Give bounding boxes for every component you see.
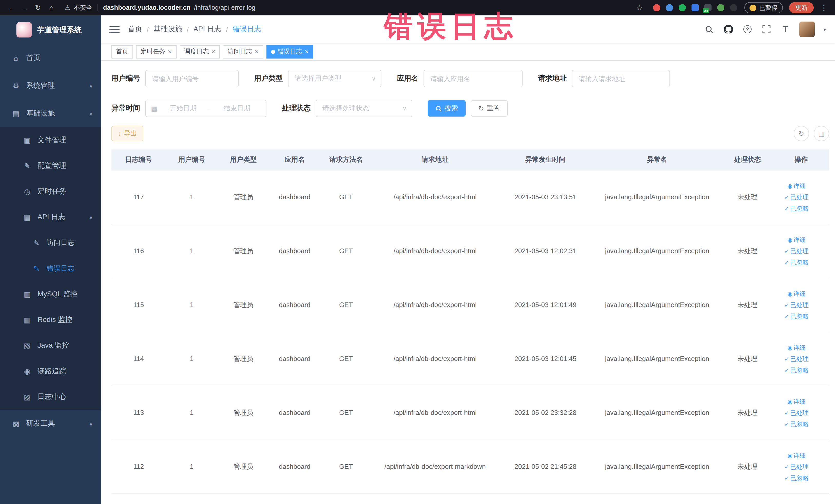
cell-url: /api/infra/db-doc/export-html (372, 170, 498, 224)
mark-processed-link[interactable]: ✓已处理 (773, 191, 820, 203)
breadcrumb-item-api-log[interactable]: API 日志 (194, 25, 222, 34)
fullscreen-icon[interactable] (761, 24, 772, 35)
bookmark-star-icon[interactable]: ☆ (633, 4, 646, 12)
paused-badge[interactable]: 已暂停 (745, 2, 783, 13)
search-button[interactable]: 搜索 (428, 100, 466, 117)
request-url-input[interactable] (572, 70, 670, 87)
forward-icon[interactable]: → (19, 4, 31, 12)
close-icon[interactable]: × (254, 48, 259, 55)
sidebar-item-trace[interactable]: ◉ 链路追踪 (0, 358, 101, 384)
reset-button[interactable]: ↻ 重置 (471, 100, 508, 117)
sidebar-item-dev-tools[interactable]: ▩ 研发工具 ∨ (0, 410, 101, 438)
tab-error-log[interactable]: 错误日志 × (266, 45, 313, 58)
extension-icon-2[interactable] (666, 4, 673, 11)
reload-icon[interactable]: ↻ (32, 4, 44, 12)
tab-timed-task[interactable]: 定时任务 × (136, 45, 176, 58)
address-bar[interactable]: ⚠ 不安全 dashboard.yudao.iocoder.cn/infra/l… (65, 3, 632, 12)
cell-method: GET (320, 278, 372, 332)
sidebar-item-access-log[interactable]: ✎ 访问日志 (0, 230, 101, 256)
export-button-label: 导出 (124, 129, 137, 138)
tab-schedule-log[interactable]: 调度日志 × (179, 45, 220, 58)
mark-ignored-link[interactable]: ✓已忽略 (773, 257, 820, 268)
sidebar-item-file-mgmt[interactable]: ▣ 文件管理 (0, 127, 101, 153)
tab-home[interactable]: 首页 (111, 45, 133, 58)
url-domain: dashboard.yudao.iocoder.cn (103, 4, 190, 11)
extension-icon-5[interactable]: on (704, 4, 712, 11)
mark-ignored-link[interactable]: ✓已忽略 (773, 418, 820, 429)
user-type-select[interactable]: 请选择用户类型 ∨ (288, 70, 382, 87)
sidebar-item-java-monitor[interactable]: ▧ Java 监控 (0, 333, 101, 358)
detail-link[interactable]: ◉详细 (773, 234, 820, 245)
app-name-input[interactable] (424, 70, 523, 87)
update-button[interactable]: 更新 (789, 2, 814, 13)
sidebar-item-log-center[interactable]: ▨ 日志中心 (0, 384, 101, 410)
chevron-up-icon: ∧ (89, 110, 93, 116)
breadcrumb-item-infrastructure[interactable]: 基础设施 (154, 25, 182, 34)
tab-label: 调度日志 (184, 47, 209, 56)
sidebar-collapse-icon[interactable] (109, 26, 120, 33)
log-icon: ▨ (22, 393, 33, 401)
browser-home-icon[interactable]: ⌂ (45, 4, 58, 12)
sidebar-item-api-log[interactable]: ▤ API 日志 ∧ (0, 204, 101, 230)
sidebar-item-label: 链路追踪 (38, 367, 66, 376)
cell-status: 未处理 (722, 278, 773, 332)
mark-ignored-link[interactable]: ✓已忽略 (773, 472, 820, 483)
extension-icon-3[interactable] (679, 4, 686, 11)
extension-icon-4[interactable] (692, 4, 699, 11)
mark-processed-link[interactable]: ✓已处理 (773, 245, 820, 257)
refresh-table-button[interactable]: ↻ (794, 126, 809, 141)
close-icon[interactable]: × (211, 48, 215, 55)
cell-status: 未处理 (722, 332, 773, 386)
detail-link[interactable]: ◉详细 (773, 396, 820, 407)
sidebar-item-error-log[interactable]: ✎ 错误日志 (0, 256, 101, 281)
mark-processed-link[interactable]: ✓已处理 (773, 353, 820, 364)
sidebar-item-redis-monitor[interactable]: ▦ Redis 监控 (0, 307, 101, 333)
sidebar-item-home[interactable]: ⌂ 首页 (0, 44, 101, 72)
sidebar-item-config-mgmt[interactable]: ✎ 配置管理 (0, 153, 101, 179)
sidebar-item-infrastructure[interactable]: ▤ 基础设施 ∧ (0, 100, 101, 127)
detail-link[interactable]: ◉详细 (773, 288, 820, 299)
annotation-title: 错误日志 (384, 7, 517, 46)
exception-time-range-picker[interactable]: ▦ 开始日期 - 结束日期 (145, 100, 266, 117)
cell-method: GET (320, 440, 372, 493)
extension-icon-6[interactable] (717, 4, 725, 11)
column-settings-button[interactable]: ▥ (814, 126, 829, 141)
check-icon: ✓ (785, 463, 789, 469)
sidebar-item-label: 访问日志 (47, 238, 75, 247)
breadcrumb-item-home[interactable]: 首页 (128, 25, 142, 34)
mark-processed-link[interactable]: ✓已处理 (773, 461, 820, 472)
cell-url: /api/infra/db-doc/export-html (372, 386, 498, 440)
extension-icon-1[interactable] (653, 4, 660, 11)
cell-app: dashboard (269, 332, 320, 386)
user-avatar[interactable] (799, 22, 815, 37)
export-button[interactable]: ↓ 导出 (111, 126, 143, 141)
date-range-separator: - (209, 104, 211, 112)
sidebar-item-mysql-monitor[interactable]: ▥ MySQL 监控 (0, 281, 101, 307)
font-size-icon[interactable]: T (780, 24, 791, 35)
mark-ignored-link[interactable]: ✓已忽略 (773, 364, 820, 376)
browser-menu-icon[interactable]: ⋮ (818, 4, 830, 12)
sidebar-item-timed-task[interactable]: ◷ 定时任务 (0, 179, 101, 204)
mark-processed-link[interactable]: ✓已处理 (773, 299, 820, 310)
mark-ignored-link[interactable]: ✓已忽略 (773, 310, 820, 322)
tab-access-log[interactable]: 访问日志 × (223, 45, 263, 58)
cell-actions: ◉详细 ✓已处理 ✓已忽略 (773, 170, 829, 224)
detail-link[interactable]: ◉详细 (773, 342, 820, 353)
close-icon[interactable]: × (305, 48, 309, 55)
back-icon[interactable]: ← (5, 4, 18, 12)
detail-link[interactable]: ◉详细 (773, 180, 820, 191)
avatar-caret-icon[interactable]: ▾ (823, 26, 826, 32)
mark-processed-link[interactable]: ✓已处理 (773, 407, 820, 418)
search-icon[interactable] (704, 24, 715, 35)
cell-user-type: 管理员 (218, 278, 269, 332)
github-icon[interactable] (724, 24, 734, 35)
help-icon[interactable]: ? (742, 24, 753, 35)
sidebar-item-label: 文件管理 (38, 136, 66, 145)
extension-icon-7[interactable] (730, 4, 737, 11)
mark-ignored-link[interactable]: ✓已忽略 (773, 203, 820, 214)
process-status-select[interactable]: 请选择处理状态 ∨ (316, 100, 412, 117)
close-icon[interactable]: × (168, 48, 172, 55)
sidebar-item-system-mgmt[interactable]: ⚙ 系统管理 ∨ (0, 72, 101, 100)
user-id-input[interactable] (145, 70, 239, 87)
detail-link[interactable]: ◉详细 (773, 449, 820, 461)
